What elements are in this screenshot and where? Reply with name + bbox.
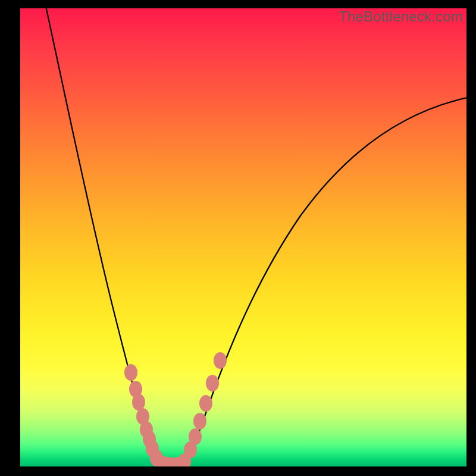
- bead: [132, 394, 145, 411]
- bead: [189, 428, 202, 445]
- bead: [124, 364, 137, 381]
- chart-frame: TheBottleneck.com: [0, 0, 476, 476]
- left-curve: [45, 8, 163, 466]
- curve-layer: [20, 8, 466, 466]
- bead-cluster: [124, 352, 227, 466]
- bead: [193, 413, 206, 430]
- bead: [214, 352, 227, 369]
- bead: [206, 375, 219, 392]
- plot-area: TheBottleneck.com: [20, 8, 466, 466]
- right-curve: [182, 98, 466, 466]
- bead: [199, 395, 212, 412]
